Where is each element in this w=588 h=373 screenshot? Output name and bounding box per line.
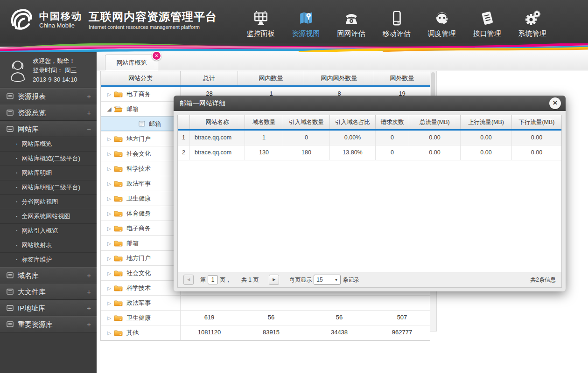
- tree-expand-icon[interactable]: ▷: [106, 296, 112, 310]
- sidebar-section-0[interactable]: 资源报表 +: [0, 88, 97, 104]
- tree-expand-icon[interactable]: ▷: [106, 162, 112, 176]
- detail-table-body: 1btrace.qq.com100.00%00.000.000.002btrac…: [178, 131, 561, 160]
- bullet-icon: ·: [16, 166, 18, 180]
- nav-item-label: 监控面板: [238, 29, 283, 38]
- brand-name-cn: 中国移动: [39, 11, 82, 22]
- platform-title-cn: 互联网内容资源管理平台: [89, 10, 217, 24]
- folder-icon: [114, 240, 123, 247]
- collapse-icon[interactable]: −: [87, 121, 91, 137]
- document-icon: [464, 5, 510, 27]
- tree-expand-icon[interactable]: ▷: [106, 326, 112, 340]
- tree-expand-icon[interactable]: ▷: [106, 251, 112, 265]
- nav-item-label: 资源视图: [283, 29, 329, 38]
- category-value: [304, 296, 374, 310]
- per-page-label: 每页显示: [289, 276, 312, 284]
- category-row[interactable]: ▷其他10811208391534438962777: [101, 325, 430, 340]
- nav-item-document[interactable]: 接口管理: [464, 5, 510, 38]
- sidebar-item-label: 全网系统网站视图: [21, 209, 70, 223]
- tree-expand-icon[interactable]: ▷: [106, 266, 112, 280]
- prev-page-button[interactable]: ◀: [183, 275, 194, 285]
- tab-website-overview[interactable]: 网站库概览 ×: [105, 55, 158, 70]
- detail-column-header[interactable]: 网站名称: [190, 115, 245, 129]
- detail-column-header[interactable]: 引入域名数量: [283, 115, 330, 129]
- column-header[interactable]: 网外数量: [374, 71, 430, 85]
- sidebar-item[interactable]: · 网站库明细(二级平台): [0, 180, 97, 195]
- category-value: 619: [181, 311, 238, 325]
- sidebar-item[interactable]: · 全网系统网站视图: [0, 209, 97, 224]
- detail-row[interactable]: 2btrace.qq.com13018013.80%00.000.000.00: [178, 145, 561, 160]
- column-header[interactable]: 网站分类: [101, 71, 181, 85]
- detail-column-header[interactable]: 下行流量(MB): [512, 115, 561, 129]
- expand-icon[interactable]: +: [87, 300, 91, 316]
- nav-item-phone[interactable]: 固网评估: [329, 5, 374, 38]
- detail-column-header[interactable]: 上行流量(MB): [461, 115, 512, 129]
- tree-expand-icon[interactable]: ▷: [106, 87, 112, 101]
- detail-column-header[interactable]: 总流量(MB): [409, 115, 461, 129]
- page-input[interactable]: [208, 275, 218, 284]
- tree-expand-icon[interactable]: ▷: [106, 192, 112, 206]
- tree-expand-icon[interactable]: ▷: [106, 221, 112, 235]
- next-page-button[interactable]: ▶: [269, 275, 279, 285]
- category-label: 卫生健康: [126, 192, 151, 206]
- detail-column-header[interactable]: 请求次数: [376, 115, 409, 129]
- tree-expand-icon[interactable]: ▷: [106, 177, 112, 191]
- folder-icon: [114, 300, 123, 306]
- category-row[interactable]: ▷卫生健康6195656507: [101, 311, 430, 325]
- column-header[interactable]: 网内数量: [238, 71, 304, 85]
- sidebar-section-6[interactable]: 重要资源库 +: [0, 316, 97, 332]
- expand-icon[interactable]: +: [87, 268, 91, 283]
- sidebar-item[interactable]: · 网站引入概览: [0, 224, 97, 238]
- pagination-bar: ◀ 第 页， 共 1 页 ▶ 每页显示 15 ▼ 条记录 共2条信息: [178, 272, 561, 287]
- sidebar-item[interactable]: · 分省网站视图: [0, 195, 97, 209]
- nav-item-headset[interactable]: 调度管理: [419, 5, 464, 38]
- decorative-ribbon: [0, 43, 588, 52]
- tree-expand-icon[interactable]: ▷: [106, 132, 112, 146]
- sidebar-section-3[interactable]: 域名库 +: [0, 267, 97, 283]
- per-page-select[interactable]: 15 ▼: [314, 275, 341, 285]
- detail-row[interactable]: 1btrace.qq.com100.00%00.000.000.00: [178, 131, 561, 145]
- bullet-icon: ·: [16, 195, 18, 209]
- sidebar-item-label: 网站库概览(二级平台): [21, 152, 80, 166]
- page-prefix: 第: [200, 276, 206, 284]
- nav-item-gears[interactable]: 系统管理: [510, 5, 555, 38]
- dialog-close-icon[interactable]: ×: [549, 97, 561, 109]
- nav-item-dashboard[interactable]: 监控面板: [238, 5, 283, 38]
- category-row[interactable]: ▷政法军事: [101, 296, 430, 311]
- tree-expand-icon[interactable]: ▷: [106, 311, 112, 325]
- column-header[interactable]: 总计: [181, 71, 238, 85]
- expand-icon[interactable]: +: [87, 284, 91, 299]
- column-header[interactable]: 网内网外数量: [304, 71, 374, 85]
- tree-expand-icon[interactable]: ▷: [106, 147, 112, 161]
- detail-value: btrace.qq.com: [190, 145, 245, 160]
- dialog-title-bar[interactable]: 邮箱—网站详细 ×: [174, 96, 566, 111]
- expand-icon[interactable]: +: [87, 317, 91, 332]
- sidebar-item[interactable]: · 网站库概览: [0, 137, 97, 152]
- tree-expand-icon[interactable]: ▷: [106, 236, 112, 250]
- expand-icon[interactable]: +: [87, 89, 91, 104]
- expand-icon[interactable]: +: [87, 105, 91, 120]
- sidebar-item-label: 网站库概览: [21, 137, 52, 151]
- category-value: 507: [374, 311, 430, 325]
- sidebar-item[interactable]: · 标签库维护: [0, 253, 97, 267]
- sidebar-item[interactable]: · 网站库概览(二级平台): [0, 152, 97, 166]
- category-label: 社会文化: [126, 147, 151, 161]
- sidebar-section-4[interactable]: 大文件库 +: [0, 283, 97, 300]
- detail-column-header[interactable]: [178, 115, 190, 129]
- tab-close-icon[interactable]: ×: [152, 51, 161, 61]
- sidebar-section-1[interactable]: 资源总览 +: [0, 104, 97, 121]
- top-header: 中国移动 China Mobile 互联网内容资源管理平台 Internet c…: [0, 0, 588, 43]
- category-label: 科学技术: [126, 281, 151, 295]
- bullet-icon: ·: [16, 180, 18, 194]
- detail-value: 180: [283, 145, 330, 160]
- sidebar-item[interactable]: · 网站映射表: [0, 238, 97, 253]
- sidebar-item[interactable]: · 网站库明细: [0, 166, 97, 180]
- detail-column-header[interactable]: 域名数量: [245, 115, 283, 129]
- tree-expand-icon[interactable]: ▷: [106, 281, 112, 295]
- sidebar-section-2[interactable]: 网站库 −: [0, 121, 97, 137]
- nav-item-mobile[interactable]: 移动评估: [374, 5, 419, 38]
- sidebar-section-5[interactable]: IP地址库 +: [0, 300, 97, 316]
- detail-column-header[interactable]: 引入域名占比: [330, 115, 376, 129]
- tree-expand-icon[interactable]: ▷: [106, 207, 112, 221]
- nav-item-map[interactable]: 资源视图: [283, 5, 329, 38]
- tree-collapse-icon[interactable]: ◢: [106, 102, 112, 116]
